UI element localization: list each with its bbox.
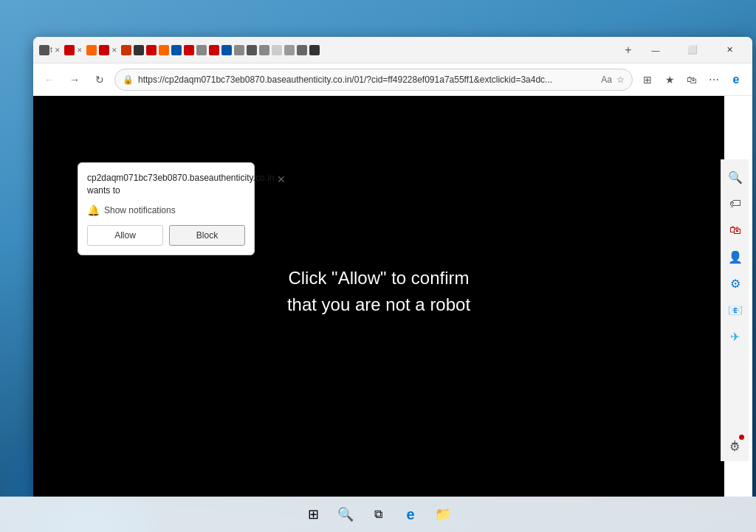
title-tab-icon-10: [184, 45, 194, 55]
title-tab-icon-15: [247, 45, 257, 55]
url-bar[interactable]: 🔒 https://cp2daqm071bc73eb0870.baseauthe…: [114, 69, 633, 91]
title-tab-close-1[interactable]: ✕: [53, 46, 62, 55]
title-tab-icon-9: [171, 45, 182, 55]
title-tab-close-2[interactable]: ✕: [75, 46, 84, 55]
sidebar-search-button[interactable]: 🔍: [724, 165, 747, 189]
forward-button[interactable]: →: [64, 69, 85, 90]
sidebar-copilot-button[interactable]: ⚙: [724, 272, 747, 295]
title-tab-close-4[interactable]: ✕: [110, 46, 119, 55]
popup-header: cp2daqm071bc73eb0870.baseauthenticity.co…: [87, 172, 245, 197]
title-tab-icon-14: [234, 45, 244, 55]
collections-button[interactable]: 🛍: [681, 69, 702, 90]
title-tab-icon-6: [134, 45, 144, 55]
popup-site-text: cp2daqm071bc73eb0870.baseauthenticity.co…: [87, 172, 274, 197]
title-tab-icon-12: [209, 45, 219, 55]
title-tab-icon-11: [196, 45, 207, 55]
star-icon[interactable]: ☆: [616, 75, 625, 85]
title-tab-icon-17: [272, 45, 282, 55]
sidebar-telegram-button[interactable]: ✈: [724, 325, 747, 348]
right-sidebar: 🔍 🏷 🛍 👤 ⚙ 📧 ✈ + ⚙: [721, 159, 749, 461]
toolbar-icons: ⊞ ★ 🛍 ⋯ e: [637, 69, 746, 90]
notification-popup: cp2daqm071bc73eb0870.baseauthenticity.co…: [78, 162, 255, 255]
maximize-button[interactable]: ⬜: [676, 38, 709, 62]
title-tab-icon-5: [121, 45, 131, 55]
browser-content: Click "Allow" to confirm that you are no…: [33, 96, 724, 497]
title-tab-icon-16: [259, 45, 269, 55]
title-tab-icon-18: [284, 45, 295, 55]
title-tab-icon-4: [99, 45, 109, 55]
allow-button[interactable]: Allow: [87, 225, 163, 246]
refresh-button[interactable]: ↻: [89, 69, 110, 90]
reader-mode-icon: Aa: [601, 75, 612, 85]
new-tab-button[interactable]: +: [618, 40, 639, 61]
sidebar-outlook-button[interactable]: 📧: [724, 298, 747, 322]
more-tools-button[interactable]: ⋯: [704, 69, 724, 90]
title-tab-icon-13: [221, 45, 232, 55]
search-taskbar-button[interactable]: 🔍: [331, 500, 360, 529]
title-tab-label: t: [50, 46, 52, 54]
title-tab-icon-1: [39, 45, 49, 55]
title-tab-icon-8: [159, 45, 169, 55]
title-tab-icon-7: [146, 45, 157, 55]
popup-notification-label: Show notifications: [104, 205, 176, 215]
title-tab-icon-2: [64, 45, 75, 55]
title-bar: t ✕ ✕ ✕: [33, 37, 752, 63]
address-bar: ← → ↻ 🔒 https://cp2daqm071bc73eb0870.bas…: [33, 63, 752, 96]
url-text: https://cp2daqm071bc73eb0870.baseauthent…: [138, 75, 597, 85]
block-button[interactable]: Block: [169, 225, 245, 246]
sidebar-tag-button[interactable]: 🏷: [724, 192, 747, 215]
title-tab-icon-3: [86, 45, 97, 55]
lock-icon: 🔒: [123, 75, 134, 85]
sidebar-profile-button[interactable]: 👤: [724, 245, 747, 269]
split-screen-button[interactable]: ⊞: [637, 69, 658, 90]
edge-icon-button[interactable]: e: [726, 69, 746, 90]
title-tab-icon-19: [297, 45, 307, 55]
window-controls: — ⬜ ✕: [639, 38, 746, 62]
popup-buttons: Allow Block: [87, 225, 245, 246]
bell-icon: 🔔: [87, 204, 100, 216]
page-text-line1: Click "Allow" to confirm: [287, 264, 470, 291]
minimize-button[interactable]: —: [639, 38, 673, 62]
sidebar-settings-button[interactable]: ⚙: [723, 435, 746, 458]
back-button[interactable]: ←: [39, 69, 60, 90]
page-text: Click "Allow" to confirm that you are no…: [287, 264, 470, 317]
favorites-button[interactable]: ★: [659, 69, 680, 90]
sidebar-shopping-button[interactable]: 🛍: [724, 218, 747, 242]
edge-taskbar-button[interactable]: e: [396, 500, 425, 529]
popup-close-button[interactable]: ✕: [274, 172, 289, 187]
page-text-line2: that you are not a robot: [287, 291, 470, 317]
browser-window: t ✕ ✕ ✕: [33, 37, 752, 497]
close-button[interactable]: ✕: [712, 38, 746, 62]
popup-notification-row: 🔔 Show notifications: [87, 204, 245, 216]
start-button[interactable]: ⊞: [298, 500, 328, 529]
taskbar: ⊞ 🔍 ⧉ e 📁: [0, 497, 756, 532]
title-tab-icon-20: [309, 45, 320, 55]
taskview-button[interactable]: ⧉: [363, 500, 393, 529]
explorer-taskbar-button[interactable]: 📁: [428, 500, 458, 529]
